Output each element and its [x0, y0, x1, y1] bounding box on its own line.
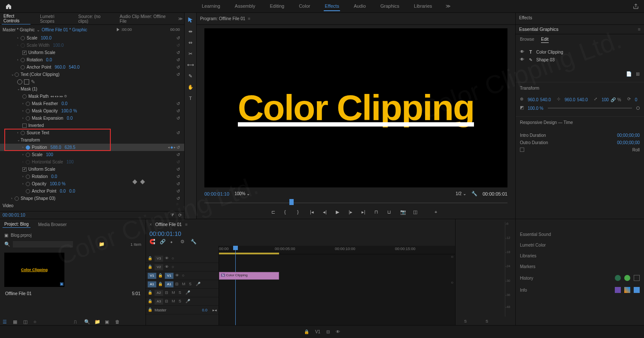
timeline-timecode[interactable]: 00:00:01:10: [146, 229, 185, 238]
workspace-editing[interactable]: Editing: [269, 2, 286, 11]
panel-menu-icon[interactable]: ≡: [248, 16, 250, 21]
master-value[interactable]: 0.0: [202, 308, 207, 312]
eg-anchor-x[interactable]: 960.0: [565, 97, 575, 102]
item-name[interactable]: Offline File 01: [5, 291, 32, 296]
eg-tab-edit[interactable]: Edit: [541, 37, 548, 43]
reset-icon[interactable]: [176, 65, 182, 70]
icon-view-icon[interactable]: ▦: [13, 319, 19, 325]
workspace-color[interactable]: Color: [298, 2, 311, 11]
stopwatch-icon[interactable]: [26, 175, 30, 179]
panel-menu-icon[interactable]: ≫: [178, 16, 182, 21]
track-badge[interactable]: A2: [155, 290, 163, 296]
source-patch[interactable]: A1: [148, 281, 156, 287]
go-to-out-icon[interactable]: ▸|: [361, 209, 368, 215]
grid-badge-icon[interactable]: [634, 275, 640, 281]
share-icon[interactable]: [633, 3, 639, 9]
zoom-in-icon[interactable]: ○: [451, 280, 453, 285]
eg-pos-x[interactable]: 960.0: [528, 97, 538, 102]
stopwatch-icon[interactable]: [26, 145, 30, 150]
wrench-icon[interactable]: 🔧: [471, 191, 477, 196]
effect-controls-timeline[interactable]: :00:00 00:00: [117, 25, 180, 34]
badge-icon[interactable]: [615, 287, 621, 293]
zoom-out-icon[interactable]: ○: [451, 254, 453, 259]
tanchor-y[interactable]: 0.0: [69, 189, 75, 193]
panel-essential-sound[interactable]: Essential Sound: [520, 232, 640, 237]
panel-lumetri-color[interactable]: Lumetri Color: [520, 243, 640, 247]
eye-icon[interactable]: 👁: [520, 57, 525, 62]
opacity-value[interactable]: 100.0 %: [50, 181, 66, 186]
eg-scale[interactable]: 100: [601, 97, 609, 102]
keyframe-area[interactable]: [120, 74, 176, 211]
mute-icon[interactable]: ⊟: [175, 282, 180, 287]
stopwatch-icon[interactable]: [26, 189, 30, 193]
keyframe-diamond[interactable]: [132, 179, 137, 184]
more-workspaces-icon[interactable]: ≫: [446, 3, 451, 9]
rotation-value[interactable]: 0.0: [46, 57, 52, 62]
reset-icon[interactable]: [176, 116, 182, 121]
tanchor-x[interactable]: 0.0: [60, 189, 66, 193]
slider-handle[interactable]: [636, 106, 640, 110]
reset-icon[interactable]: [176, 72, 182, 77]
lock-icon[interactable]: 🔒: [158, 282, 163, 287]
mark-clip-icon[interactable]: }: [297, 209, 303, 215]
ripple-edit-tool-icon[interactable]: ⇔: [187, 39, 194, 46]
tab-lumetri-scopes[interactable]: Lumetri Scopes: [38, 13, 69, 24]
type-tool-icon[interactable]: T: [187, 94, 194, 102]
track-badge[interactable]: A1: [165, 281, 173, 287]
eg-pos-y[interactable]: 540.0: [540, 97, 551, 102]
scale-value[interactable]: 100.0: [41, 36, 52, 40]
anchor-x[interactable]: 960.0: [55, 65, 65, 69]
home-icon[interactable]: [5, 3, 12, 10]
workspace-learning[interactable]: Learning: [201, 2, 221, 11]
timeline-tracks[interactable]: 00:00 00:00:05:00 00:00:10:00 00:00:15:0…: [219, 246, 455, 325]
zoom-level[interactable]: 100% ⌄: [234, 191, 250, 196]
work-area-bar[interactable]: [219, 253, 279, 254]
keyframe-diamond[interactable]: [140, 179, 145, 184]
lock-icon[interactable]: 🔒: [148, 256, 153, 261]
tab-project[interactable]: Project: Blog: [3, 221, 30, 228]
stopwatch-icon[interactable]: [26, 109, 30, 113]
razor-tool-icon[interactable]: ✂: [187, 50, 194, 57]
panel-markers[interactable]: Markers: [520, 264, 640, 269]
project-search-input[interactable]: [13, 241, 73, 247]
lock-icon[interactable]: 🔒: [148, 290, 153, 296]
anchor-row[interactable]: Anchor Point960.0540.0: [0, 63, 184, 71]
track-v1[interactable]: V1🔒V1👁○: [146, 272, 219, 280]
mic-icon[interactable]: 🎤: [185, 299, 191, 304]
cc-badge-icon[interactable]: [615, 275, 621, 281]
go-to-in-icon[interactable]: |◂: [310, 209, 316, 215]
effects-panel-tab[interactable]: Effects: [516, 13, 644, 25]
stopwatch-icon[interactable]: [21, 58, 25, 62]
reset-icon[interactable]: [176, 101, 182, 106]
play-icon[interactable]: ▶: [336, 209, 342, 215]
ellipse-mask-icon[interactable]: [17, 79, 22, 84]
close-icon[interactable]: ×: [149, 222, 152, 227]
tab-effect-controls[interactable]: Effect Controls: [2, 13, 30, 24]
stopwatch-icon[interactable]: [15, 196, 19, 201]
lock-icon[interactable]: 🔒: [158, 273, 163, 278]
reset-icon[interactable]: [176, 57, 182, 63]
stopwatch-icon[interactable]: [26, 182, 30, 186]
lift-icon[interactable]: ⊓: [374, 209, 380, 215]
stopwatch-icon[interactable]: [26, 116, 30, 121]
mute-icon[interactable]: ○: [172, 256, 177, 261]
mute-icon[interactable]: ○: [172, 265, 177, 270]
opacity-slider[interactable]: [548, 108, 632, 109]
reset-icon[interactable]: [176, 211, 182, 211]
keyframe-nav[interactable]: ◂◂◂▸▸▸⚙: [50, 94, 67, 98]
filter-icon[interactable]: ⧩: [170, 213, 174, 218]
track-a2[interactable]: 🔒A2⊟MS🎤: [146, 289, 219, 297]
position-y[interactable]: 628.5: [65, 145, 76, 150]
track-a3[interactable]: 🔒A3⊟MS🎤: [146, 297, 219, 306]
reset-icon[interactable]: [176, 181, 182, 187]
project-thumbnail[interactable]: Color Clipping ▣: [4, 253, 64, 287]
trotation-value[interactable]: 0.0: [51, 174, 57, 179]
step-back-icon[interactable]: ◂|: [323, 209, 329, 215]
tscale-value[interactable]: 100: [46, 152, 53, 157]
stopwatch-icon[interactable]: [21, 65, 25, 69]
checkbox-icon[interactable]: [22, 167, 27, 172]
sort-icon[interactable]: ○: [33, 319, 39, 325]
snap-icon[interactable]: 🧲: [149, 239, 155, 245]
trash-icon[interactable]: 🗑: [115, 319, 121, 325]
pen-mask-icon[interactable]: ✎: [31, 79, 35, 85]
